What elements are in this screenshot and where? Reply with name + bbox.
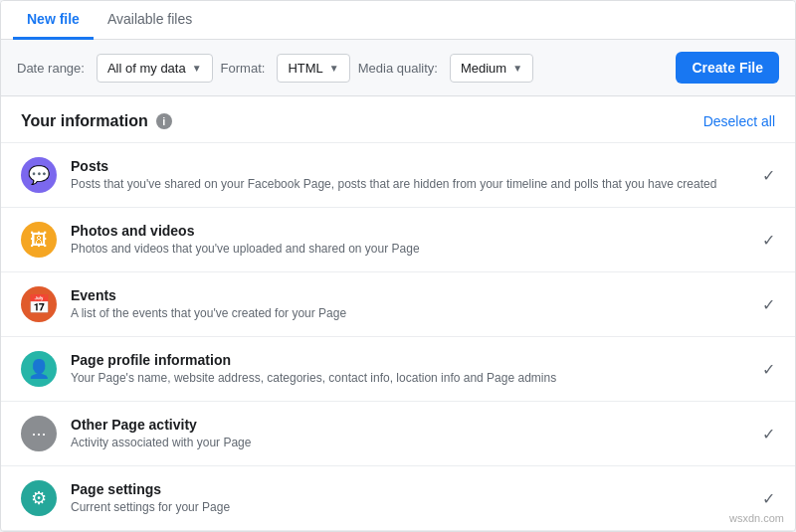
posts-content: PostsPosts that you've shared on your Fa… (71, 158, 748, 193)
list-item[interactable]: ···Other Page activityActivity associate… (1, 402, 795, 466)
other-activity-content: Other Page activityActivity associated w… (71, 417, 748, 451)
section-title-group: Your information i (21, 112, 172, 130)
events-content: EventsA list of the events that you've c… (71, 287, 748, 322)
photos-videos-checkmark: ✓ (762, 231, 775, 250)
posts-description: Posts that you've shared on your Faceboo… (71, 176, 748, 193)
list-item[interactable]: ⚙Page settingsCurrent settings for your … (1, 466, 795, 531)
other-activity-checkmark: ✓ (762, 425, 775, 443)
format-value: HTML (288, 61, 322, 76)
photos-videos-title: Photos and videos (71, 223, 748, 239)
page-settings-checkmark: ✓ (762, 489, 775, 508)
posts-checkmark: ✓ (762, 166, 775, 185)
format-arrow-icon: ▼ (329, 63, 339, 74)
date-range-value: All of my data (107, 61, 186, 76)
page-settings-content: Page settingsCurrent settings for your P… (71, 481, 748, 516)
tab-new-file[interactable]: New file (13, 1, 94, 40)
other-activity-icon: ··· (21, 416, 57, 451)
list-item[interactable]: 🖼Photos and videosPhotos and videos that… (1, 208, 795, 272)
events-checkmark: ✓ (762, 295, 775, 314)
date-range-label: Date range: (17, 61, 85, 76)
events-description: A list of the events that you've created… (71, 305, 748, 322)
page-profile-checkmark: ✓ (762, 360, 775, 379)
photos-videos-icon: 🖼 (21, 222, 57, 258)
deselect-all-link[interactable]: Deselect all (703, 113, 775, 129)
tab-bar: New file Available files (1, 1, 795, 40)
section-title-text: Your information (21, 112, 148, 130)
posts-title: Posts (71, 158, 748, 174)
events-icon: 📅 (21, 286, 57, 322)
page-settings-description: Current settings for your Page (71, 499, 748, 516)
page-profile-icon: 👤 (21, 351, 57, 387)
list-item[interactable]: 👤Page profile informationYour Page's nam… (1, 337, 795, 402)
photos-videos-content: Photos and videosPhotos and videos that … (71, 223, 748, 258)
list-item[interactable]: 💬PostsPosts that you've shared on your F… (1, 143, 795, 208)
watermark: wsxdn.com (729, 512, 784, 524)
format-dropdown[interactable]: HTML ▼ (277, 54, 349, 83)
media-quality-dropdown[interactable]: Medium ▼ (450, 54, 533, 83)
date-range-dropdown[interactable]: All of my data ▼ (97, 54, 213, 83)
create-file-button[interactable]: Create File (676, 52, 779, 84)
media-quality-label: Media quality: (358, 61, 438, 76)
media-quality-arrow-icon: ▼ (512, 63, 522, 74)
events-title: Events (71, 287, 748, 303)
list-item[interactable]: 📅EventsA list of the events that you've … (1, 272, 795, 337)
page-settings-title: Page settings (71, 481, 748, 497)
media-quality-value: Medium (461, 61, 506, 76)
page-settings-icon: ⚙ (21, 480, 57, 516)
photos-videos-description: Photos and videos that you've uploaded a… (71, 241, 748, 258)
page-profile-description: Your Page's name, website address, categ… (71, 370, 748, 387)
page-profile-title: Page profile information (71, 352, 748, 368)
page-profile-content: Page profile informationYour Page's name… (71, 352, 748, 387)
section-header: Your information i Deselect all (1, 96, 795, 142)
item-list: 💬PostsPosts that you've shared on your F… (1, 142, 795, 531)
other-activity-title: Other Page activity (71, 417, 748, 433)
other-activity-description: Activity associated with your Page (71, 435, 748, 451)
tab-available-files[interactable]: Available files (94, 1, 206, 40)
main-container: New file Available files Date range: All… (0, 0, 796, 532)
format-label: Format: (221, 61, 266, 76)
posts-icon: 💬 (21, 157, 57, 193)
info-icon[interactable]: i (156, 113, 172, 129)
toolbar: Date range: All of my data ▼ Format: HTM… (1, 40, 795, 96)
date-range-arrow-icon: ▼ (192, 63, 202, 74)
